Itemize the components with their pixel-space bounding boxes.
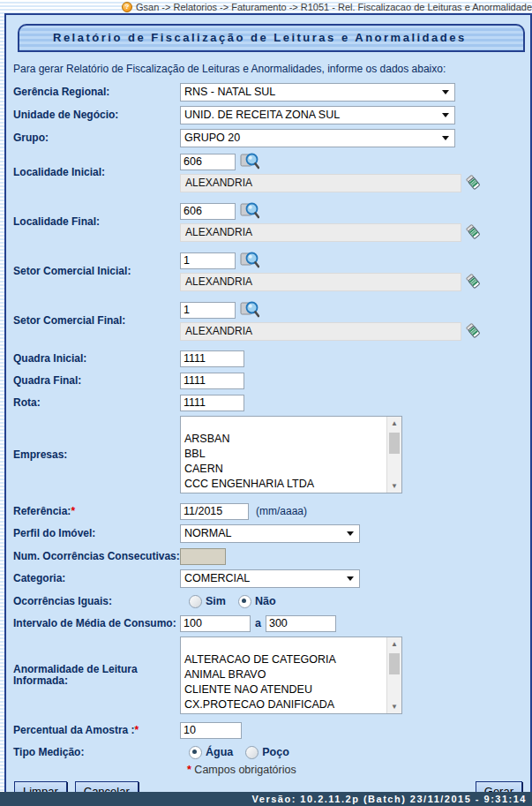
ocorrencias-sim-label: Sim bbox=[206, 595, 226, 607]
report-form-panel: Relatório de Fiscalização de Leituras e … bbox=[4, 13, 532, 806]
list-option[interactable]: CCC ENGENHARIA LTDA bbox=[181, 477, 401, 492]
ocorrencias-iguais-label: Ocorrências Iguais: bbox=[13, 596, 180, 607]
list-option[interactable]: CAERN bbox=[181, 462, 401, 477]
scroll-down-icon[interactable]: ▼ bbox=[387, 700, 401, 713]
chevron-down-icon bbox=[442, 90, 449, 94]
setor-inicial-search-icon[interactable] bbox=[240, 251, 259, 270]
tipo-medicao-label: Tipo Medição: bbox=[13, 747, 180, 758]
list-option[interactable]: ANIMAL BRAVO bbox=[181, 667, 401, 682]
intervalo-consumo-ate-input[interactable] bbox=[266, 615, 336, 632]
setor-final-label: Setor Comercial Final: bbox=[13, 315, 180, 327]
list-option[interactable] bbox=[181, 637, 401, 652]
scrollbar-thumb[interactable] bbox=[389, 433, 400, 454]
empresas-label: Empresas: bbox=[13, 449, 180, 461]
version-footer: Versão: 10.2.11.2p (Batch) 23/11/2015 - … bbox=[0, 792, 532, 806]
help-icon[interactable]: ? bbox=[122, 2, 132, 12]
list-option[interactable]: ALTERACAO DE CATEGORIA bbox=[181, 652, 401, 667]
anormalidade-listbox[interactable]: ALTERACAO DE CATEGORIAANIMAL BRAVOCLIENT… bbox=[180, 637, 402, 714]
perfil-imovel-select[interactable]: NORMAL bbox=[180, 524, 360, 543]
localidade-inicial-label: Localidade Inicial: bbox=[13, 167, 180, 178]
intervalo-consumo-de-input[interactable] bbox=[180, 615, 251, 632]
chevron-down-icon bbox=[347, 576, 354, 581]
localidade-inicial-name: ALEXANDRIA bbox=[180, 174, 461, 192]
list-option[interactable]: BBL bbox=[181, 447, 401, 462]
scroll-down-icon[interactable]: ▼ bbox=[387, 479, 401, 493]
localidade-inicial-search-icon[interactable] bbox=[240, 152, 259, 171]
required-asterisk: * bbox=[187, 764, 191, 776]
tipo-medicao-poco-label: Poço bbox=[262, 746, 289, 758]
percentual-amostra-label: Percentual da Amostra :* bbox=[13, 725, 180, 736]
percentual-amostra-input[interactable] bbox=[180, 722, 242, 739]
required-fields-note: * Campos obrigatórios bbox=[187, 764, 530, 776]
scroll-up-icon[interactable]: ▲ bbox=[387, 417, 401, 430]
unidade-negocio-select[interactable]: UNID. DE RECEITA ZONA SUL bbox=[180, 106, 455, 124]
setor-inicial-name: ALEXANDRIA bbox=[180, 273, 461, 291]
setor-final-clear-icon[interactable] bbox=[466, 323, 481, 340]
setor-final-search-icon[interactable] bbox=[240, 300, 259, 320]
gerencia-regional-label: Gerência Regional: bbox=[13, 87, 180, 98]
empresas-listbox[interactable]: ARSBANBBLCAERNCCC ENGENHARIA LTDA ▲ ▼ bbox=[180, 416, 402, 493]
list-option[interactable]: ARSBAN bbox=[181, 432, 401, 447]
version-text: Versão: 10.2.11.2p (Batch) 23/11/2015 - … bbox=[252, 794, 527, 804]
setor-inicial-clear-icon[interactable] bbox=[466, 274, 481, 290]
setor-final-input[interactable] bbox=[180, 302, 236, 319]
referencia-input[interactable] bbox=[180, 503, 249, 520]
perfil-imovel-label: Perfil do Imóvel: bbox=[13, 528, 180, 539]
categoria-select[interactable]: COMERCIAL bbox=[180, 569, 360, 588]
num-ocorrencias-label: Num. Ocorrências Consecutivas: bbox=[13, 551, 180, 562]
localidade-final-input[interactable] bbox=[180, 203, 236, 220]
rota-label: Rota: bbox=[13, 397, 180, 409]
localidade-final-search-icon[interactable] bbox=[240, 201, 259, 221]
grupo-select[interactable]: GRUPO 20 bbox=[180, 129, 455, 147]
setor-final-name: ALEXANDRIA bbox=[180, 322, 461, 341]
tipo-medicao-agua-label: Água bbox=[206, 746, 233, 758]
required-asterisk: * bbox=[135, 724, 139, 736]
required-asterisk: * bbox=[71, 505, 75, 517]
ocorrencias-nao-label: Não bbox=[255, 595, 276, 607]
list-option[interactable] bbox=[181, 417, 401, 432]
tipo-medicao-agua-radio[interactable] bbox=[189, 746, 202, 759]
empresas-scrollbar[interactable]: ▲ ▼ bbox=[386, 417, 401, 493]
intervalo-separator: a bbox=[255, 617, 261, 629]
ocorrencias-nao-radio[interactable] bbox=[238, 595, 251, 608]
list-option[interactable]: CLIENTE NAO ATENDEU bbox=[181, 682, 401, 697]
breadcrumb-text: Gsan -> Relatorios -> Faturamento -> R10… bbox=[136, 2, 532, 12]
list-option[interactable]: CX.PROTECAO DANIFICADA bbox=[181, 697, 401, 712]
localidade-inicial-clear-icon[interactable] bbox=[466, 175, 481, 192]
categoria-label: Categoria: bbox=[13, 573, 180, 584]
quadra-inicial-input[interactable] bbox=[180, 350, 244, 367]
chevron-down-icon bbox=[347, 531, 354, 536]
chevron-down-icon bbox=[442, 113, 449, 117]
setor-inicial-label: Setor Comercial Inicial: bbox=[13, 266, 180, 277]
referencia-format-hint: (mm/aaaa) bbox=[256, 505, 307, 517]
anormalidade-scrollbar[interactable]: ▲ ▼ bbox=[386, 637, 401, 713]
setor-inicial-input[interactable] bbox=[180, 252, 236, 269]
tipo-medicao-poco-radio[interactable] bbox=[245, 746, 259, 759]
scrollbar-thumb[interactable] bbox=[389, 653, 400, 674]
page-title: Relatório de Fiscalização de Leituras e … bbox=[18, 24, 525, 52]
anormalidade-label: Anormalidade de Leitura Informada: bbox=[13, 664, 180, 687]
rota-input[interactable] bbox=[180, 395, 244, 411]
intervalo-consumo-label: Intervalo de Média de Consumo: bbox=[13, 618, 180, 629]
form-instructions: Para gerar Relatório de Fiscalização de … bbox=[13, 63, 530, 75]
gerencia-regional-select[interactable]: RNS - NATAL SUL bbox=[180, 83, 455, 102]
breadcrumb: ? Gsan -> Relatorios -> Faturamento -> R… bbox=[0, 0, 532, 13]
localidade-final-name: ALEXANDRIA bbox=[180, 223, 461, 242]
num-ocorrencias-input bbox=[180, 548, 226, 565]
ocorrencias-sim-radio[interactable] bbox=[189, 595, 202, 608]
quadra-inicial-label: Quadra Inicial: bbox=[13, 353, 180, 365]
localidade-inicial-input[interactable] bbox=[180, 154, 236, 170]
quadra-final-label: Quadra Final: bbox=[13, 375, 180, 387]
referencia-label: Referência:* bbox=[13, 506, 180, 517]
localidade-final-label: Localidade Final: bbox=[13, 216, 180, 228]
localidade-final-clear-icon[interactable] bbox=[466, 224, 481, 241]
quadra-final-input[interactable] bbox=[180, 373, 244, 389]
unidade-negocio-label: Unidade de Negócio: bbox=[13, 109, 180, 121]
grupo-label: Grupo: bbox=[13, 132, 180, 144]
chevron-down-icon bbox=[442, 136, 449, 140]
scroll-up-icon[interactable]: ▲ bbox=[387, 637, 401, 651]
